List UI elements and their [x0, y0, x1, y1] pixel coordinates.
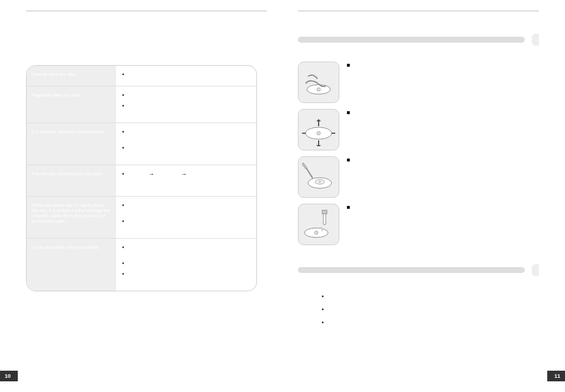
svg-point-10: [320, 227, 322, 229]
table-row-label: Cannot eject the disc.: [27, 66, 116, 86]
disc-hold-icon: [298, 62, 339, 103]
care-body: Fingerprints or scratches on the disc ma…: [346, 68, 522, 79]
page-footer: English: [26, 374, 41, 379]
care-body: or antistatic. Also, never use volatile …: [346, 210, 503, 216]
list-item: If no solution cannot be fixed, contact …: [122, 270, 251, 282]
list-item: Please confirm the disc being played bac…: [122, 144, 251, 156]
page-footer: English: [524, 374, 539, 379]
disc-wipe-icon: [298, 109, 339, 150]
section-title: Disc Storage: [298, 253, 539, 261]
table-row-value: Are you listening to a CD or radio? Surr…: [116, 123, 256, 165]
table-row-label: While you listen the TV audio from this …: [27, 196, 116, 238]
care-item: ■Disc ShapeFingerprints or scratches on …: [298, 62, 539, 103]
page-title: Troubleshooting: [26, 34, 267, 45]
svg-point-11: [322, 230, 323, 232]
list-item: Is the power cord plugged securely into …: [122, 70, 251, 78]
care-body: or tape on the disc. If the surface is d…: [346, 163, 528, 179]
table-row-value: This happened because Volume mute is set…: [116, 196, 256, 238]
section-bar: [298, 264, 539, 276]
table-row-value: In MENU → SETTINGS → SYSTEM, set the INI…: [116, 165, 256, 196]
table-row-value: Go to the content's home menu and find t…: [116, 238, 256, 291]
svg-point-8: [314, 231, 318, 234]
table-row-label: Playback does not start.: [27, 86, 116, 123]
intro-text: Before requesting service (troubleshooti…: [26, 51, 267, 57]
list-item: In MENU → SETTINGS → SYSTEM, set the INI…: [122, 170, 251, 188]
care-heading: Avoid touching the surface: [352, 110, 413, 115]
breadcrumb: appendix: [26, 23, 267, 28]
care-item: ■Do not use record spraysor antistatic. …: [298, 204, 539, 245]
list-item: Store vertically. Keep in a clean protec…: [322, 319, 539, 342]
care-item: ■Avoid touching the surfaceof the disc w…: [298, 109, 539, 150]
table-row-label: If you encounter other problems.: [27, 238, 116, 291]
disc-spray-icon: [298, 204, 339, 245]
storage-list: Do not keep under direct sunlight. (Heat…: [298, 293, 539, 342]
table-row-label: The remote control does not work.: [27, 165, 116, 196]
storage-intro: Be careful not to damage the disc becaus…: [298, 282, 539, 287]
page-number: 11: [547, 371, 565, 381]
list-item: Do not keep under direct sunlight. (Heat…: [322, 293, 539, 300]
section-bar: [298, 34, 539, 46]
section-title: Cautions on Handling and Storing Discs: [298, 23, 539, 30]
care-item: ■Do not stick paperor tape on the disc. …: [298, 156, 539, 198]
care-heading: Do not stick paper: [352, 157, 394, 162]
svg-rect-9: [322, 210, 327, 214]
list-item: Keep in a cool ventilated area.: [322, 306, 539, 313]
care-body: of the disc where recording is performed…: [346, 115, 537, 126]
svg-point-1: [317, 88, 320, 91]
table-row-value: Is the power cord plugged securely into …: [116, 66, 256, 86]
disc-tape-icon: [298, 156, 339, 198]
list-item: Are you listening to a CD or radio? Surr…: [122, 128, 251, 140]
list-item: This happened because Volume mute is set…: [122, 201, 251, 214]
list-item: Go to the content's home menu and find t…: [122, 243, 251, 256]
svg-point-6: [319, 181, 321, 183]
page-number: 10: [0, 371, 18, 381]
care-heading: Disc Shape: [352, 62, 378, 68]
table-row-value: Check the region number of the Blu-ray D…: [116, 86, 256, 123]
subsection-title: Handling discs: [298, 52, 539, 58]
table-row-label: 5.1 channel sound is not produced.: [27, 123, 116, 165]
care-heading: Do not use record sprays: [352, 204, 409, 210]
list-item: Blu-ray Disc/DVD discs purchased from ab…: [122, 102, 251, 114]
troubleshooting-table: Cannot eject the disc.Is the power cord …: [26, 65, 257, 291]
list-item: The audio will be restored to the un-mut…: [122, 217, 251, 230]
svg-point-3: [317, 131, 320, 135]
list-item: Following the sequence above can resolve…: [122, 259, 251, 266]
list-item: Check the region number of the Blu-ray D…: [122, 91, 251, 98]
